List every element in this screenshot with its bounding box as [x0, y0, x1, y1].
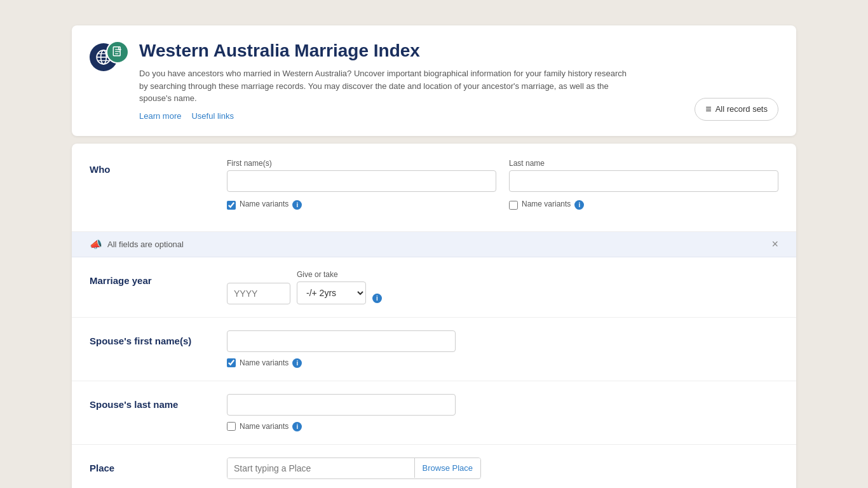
spouse-first-name-section: Spouse's first name(s) Name variants i: [72, 318, 796, 381]
browse-place-link[interactable]: Browse Place: [414, 458, 480, 478]
page-wrapper: Western Australia Marriage Index Do you …: [72, 25, 796, 488]
learn-more-link[interactable]: Learn more: [139, 111, 181, 121]
header-left: Western Australia Marriage Index Do you …: [90, 41, 695, 121]
give-take-select[interactable]: Exact year -/+ 1yr -/+ 2yrs -/+ 5yrs -/+…: [297, 281, 366, 304]
document-icon: [106, 41, 129, 64]
info-banner-text: All fields are optional: [107, 240, 184, 249]
first-name-variants-group: Name variants i: [227, 197, 496, 211]
megaphone-icon: 📣: [90, 238, 102, 250]
first-name-label: First name(s): [227, 159, 496, 168]
spouse-first-name-variants-checkbox[interactable]: [227, 358, 236, 367]
search-card: Who First name(s) Last name: [72, 144, 796, 489]
first-name-group: First name(s): [227, 159, 496, 192]
spouse-last-name-label: Spouse's last name: [90, 394, 217, 410]
spouse-first-name-variants-row: Name variants i: [227, 358, 778, 368]
spouse-first-name-fields: Name variants i: [227, 330, 778, 368]
spouse-last-name-input[interactable]: [227, 394, 456, 416]
header-links: Learn more Useful links: [139, 111, 695, 121]
who-fields: First name(s) Last name Name varia: [227, 159, 778, 216]
place-label: Place: [90, 458, 217, 473]
useful-links-link[interactable]: Useful links: [191, 111, 233, 121]
place-section: Place Browse Place: [72, 445, 796, 489]
last-name-variants-row: Name variants i: [509, 200, 778, 211]
year-input[interactable]: [227, 283, 290, 304]
last-name-variants-info-icon[interactable]: i: [574, 200, 584, 210]
spouse-last-name-variants-label: Name variants: [240, 422, 288, 431]
spouse-first-name-label: Spouse's first name(s): [90, 330, 217, 346]
marriage-year-info-icon[interactable]: i: [372, 294, 382, 303]
place-input-wrapper: Browse Place: [227, 458, 481, 479]
spouse-last-name-fields: Name variants i: [227, 394, 778, 431]
spouse-first-name-input[interactable]: [227, 330, 456, 352]
who-row: Who First name(s) Last name: [90, 159, 778, 216]
name-variants-row: Name variants i Name variants i: [227, 197, 778, 211]
place-row: Place Browse Place: [90, 458, 778, 479]
year-fields: Give or take Exact year -/+ 1yr -/+ 2yrs…: [227, 270, 382, 304]
list-icon: ≡: [705, 104, 711, 115]
marriage-year-label: Marriage year: [90, 270, 217, 286]
spouse-last-name-variants-row: Name variants i: [227, 422, 778, 431]
spouse-last-name-variants-checkbox[interactable]: [227, 422, 236, 431]
spouse-first-name-variants-info-icon[interactable]: i: [292, 358, 302, 368]
spouse-first-name-row: Spouse's first name(s) Name variants i: [90, 330, 778, 368]
first-name-input[interactable]: [227, 170, 496, 192]
first-name-variants-row: Name variants i: [227, 200, 496, 211]
last-name-variants-label: Name variants: [522, 200, 571, 208]
spouse-first-name-variants-label: Name variants: [240, 358, 288, 367]
year-input-group: [227, 283, 290, 304]
header-description: Do you have ancestors who married in Wes…: [139, 67, 635, 105]
who-label: Who: [90, 159, 217, 175]
place-fields: Browse Place: [227, 458, 778, 479]
header-card: Western Australia Marriage Index Do you …: [72, 25, 796, 136]
header-icons: [90, 41, 129, 74]
last-name-input[interactable]: [509, 170, 778, 192]
place-input[interactable]: [227, 458, 414, 478]
first-name-variants-checkbox[interactable]: [227, 201, 236, 210]
spouse-last-name-variants-info-icon[interactable]: i: [292, 422, 302, 431]
year-row: Marriage year Give or take Exact year -/…: [90, 270, 778, 304]
give-take-label: Give or take: [297, 270, 366, 279]
close-banner-button[interactable]: ×: [771, 238, 778, 250]
page-title: Western Australia Marriage Index: [139, 41, 695, 61]
marriage-year-section: Marriage year Give or take Exact year -/…: [72, 257, 796, 318]
last-name-label: Last name: [509, 159, 778, 168]
name-fields-row: First name(s) Last name: [227, 159, 778, 192]
info-banner: 📣 All fields are optional ×: [72, 232, 796, 257]
give-take-group: Give or take Exact year -/+ 1yr -/+ 2yrs…: [297, 270, 366, 304]
last-name-variants-checkbox[interactable]: [509, 201, 518, 210]
last-name-group: Last name: [509, 159, 778, 192]
header-text: Western Australia Marriage Index Do you …: [139, 41, 695, 121]
first-name-variants-info-icon[interactable]: i: [292, 200, 302, 210]
all-record-sets-label: All record sets: [715, 104, 768, 114]
spouse-last-name-section: Spouse's last name Name variants i: [72, 381, 796, 445]
info-banner-content: 📣 All fields are optional: [90, 238, 184, 250]
first-name-variants-label: Name variants: [240, 200, 288, 208]
all-record-sets-button[interactable]: ≡ All record sets: [695, 98, 778, 121]
last-name-variants-group: Name variants i: [509, 197, 778, 211]
who-section: Who First name(s) Last name: [72, 144, 796, 232]
spouse-last-name-row: Spouse's last name Name variants i: [90, 394, 778, 431]
